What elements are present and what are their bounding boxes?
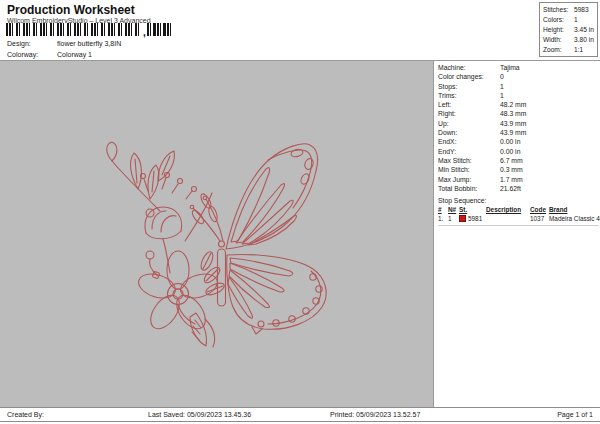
machine-stat-label: Max Jump: bbox=[438, 175, 500, 184]
machine-stat-row: Machine: Tajima bbox=[438, 63, 600, 72]
stop-row-stitches-cell: 5981 bbox=[459, 215, 486, 224]
stat-label: Zoom: bbox=[543, 45, 574, 55]
machine-info-panel: Machine: Tajima Color changes: 0 Stops: … bbox=[433, 60, 600, 408]
machine-stat-row: Color changes: 0 bbox=[438, 72, 600, 81]
stop-row-number: 1. bbox=[438, 215, 448, 224]
machine-stat-value: Tajima bbox=[500, 63, 600, 72]
page-title: Production Worksheet bbox=[7, 3, 135, 17]
design-stats-box: Stitches: 5983 Colors: 1 Height: 3.45 in… bbox=[539, 2, 598, 57]
machine-stat-label: Left: bbox=[438, 100, 500, 109]
design-row: Design: flower butterfly 3,8IN bbox=[7, 40, 31, 47]
machine-stat-row: Trims: 1 bbox=[438, 91, 600, 100]
colorway-name: Colorway 1 bbox=[57, 51, 92, 58]
design-barcode: , bbox=[6, 23, 173, 36]
machine-stat-value: 1 bbox=[500, 82, 600, 91]
machine-stat-label: Color changes: bbox=[438, 72, 500, 81]
machine-stat-row: Right: 48.3 mm bbox=[438, 109, 600, 118]
machine-stat-row: EndY: 0.00 in bbox=[438, 147, 600, 156]
stop-row-code: 1037 bbox=[530, 215, 549, 224]
stat-row: Width: 3.80 in bbox=[543, 35, 597, 45]
stop-table-header-cell: # bbox=[438, 206, 448, 215]
machine-stat-row: Left: 48.2 mm bbox=[438, 100, 600, 109]
machine-stat-row: Stops: 1 bbox=[438, 82, 600, 91]
machine-stat-value: 48.2 mm bbox=[500, 100, 600, 109]
stat-label: Stitches: bbox=[543, 5, 574, 15]
stat-value: 3.80 in bbox=[574, 35, 597, 45]
page-number: Page 1 of 1 bbox=[557, 411, 593, 418]
design-label: Design: bbox=[7, 40, 31, 47]
thread-color-swatch bbox=[459, 215, 466, 222]
colorway-label: Colorway: bbox=[7, 51, 38, 58]
machine-stat-list: Machine: Tajima Color changes: 0 Stops: … bbox=[438, 63, 600, 193]
stop-row-stitch-count: 5981 bbox=[468, 215, 482, 224]
worksheet-footer: Created By: Last Saved: 05/09/2023 13.45… bbox=[0, 407, 600, 422]
stop-table-header-cell: Brand bbox=[549, 206, 599, 215]
machine-stat-value: 43.9 mm bbox=[500, 119, 600, 128]
stop-table-header-cell: Code bbox=[530, 206, 549, 215]
stop-table-header-cell: N# bbox=[448, 206, 459, 215]
stat-row: Zoom: 1:1 bbox=[543, 45, 597, 55]
last-saved-text: Last Saved: 05/09/2023 13.45.36 bbox=[148, 411, 251, 418]
machine-stat-label: Machine: bbox=[438, 63, 500, 72]
machine-stat-row: EndX: 0.00 in bbox=[438, 137, 600, 146]
printed-text: Printed: 05/09/2023 13.52.57 bbox=[330, 411, 420, 418]
stop-row-brand: Madeira Classic 40 bbox=[549, 215, 600, 224]
machine-stat-label: Stops: bbox=[438, 82, 500, 91]
machine-stat-row: Down: 43.9 mm bbox=[438, 128, 600, 137]
machine-stat-row: Max Stitch: 6.7 mm bbox=[438, 156, 600, 165]
stop-sequence-table: #N#St.DescriptionCodeBrand 1. 1 5981 103… bbox=[438, 206, 599, 226]
machine-stat-row: Up: 43.9 mm bbox=[438, 119, 600, 128]
machine-stat-label: Up: bbox=[438, 119, 500, 128]
created-by-label: Created By: bbox=[7, 411, 44, 418]
stat-row: Height: 3.45 in bbox=[543, 25, 597, 35]
flower-butterfly-design bbox=[0, 61, 433, 409]
stat-row: Stitches: 5983 bbox=[543, 5, 597, 15]
machine-stat-value: 0 bbox=[500, 72, 600, 81]
machine-stat-label: EndY: bbox=[438, 147, 500, 156]
machine-stat-label: Down: bbox=[438, 128, 500, 137]
stop-table-header-cell: St. bbox=[459, 206, 486, 215]
stat-label: Height: bbox=[543, 25, 574, 35]
machine-stat-value: 1 bbox=[500, 91, 600, 100]
machine-stat-value: 0.00 in bbox=[500, 147, 600, 156]
stat-value: 3.45 in bbox=[574, 25, 597, 35]
design-name: flower butterfly 3,8IN bbox=[57, 40, 121, 47]
stop-sequence-label: Stop Sequence: bbox=[438, 197, 600, 204]
machine-stat-value: 43.9 mm bbox=[500, 128, 600, 137]
machine-stat-value: 48.3 mm bbox=[500, 109, 600, 118]
stat-label: Width: bbox=[543, 35, 574, 45]
machine-stat-label: Max Stitch: bbox=[438, 156, 500, 165]
machine-stat-label: Min Stitch: bbox=[438, 165, 500, 174]
machine-stat-label: Total Bobbin: bbox=[438, 184, 500, 193]
machine-stat-row: Min Stitch: 0.3 mm bbox=[438, 165, 600, 174]
stop-table-header-cell: Description bbox=[486, 206, 530, 215]
barcode-segment-icon bbox=[6, 23, 142, 36]
machine-stat-value: 1.7 mm bbox=[500, 175, 600, 184]
machine-stat-value: 0.3 mm bbox=[500, 165, 600, 174]
stop-row-needle: 1 bbox=[448, 215, 459, 224]
machine-stat-label: Trims: bbox=[438, 91, 500, 100]
machine-stat-label: Right: bbox=[438, 109, 500, 118]
stat-row: Colors: 1 bbox=[543, 15, 597, 25]
stat-value: 1:1 bbox=[574, 45, 597, 55]
stat-value: 5983 bbox=[574, 5, 597, 15]
barcode-segment-icon bbox=[147, 23, 173, 36]
machine-stat-value: 6.7 mm bbox=[500, 156, 600, 165]
production-worksheet-page: Production Worksheet Wilcom EmbroiderySt… bbox=[0, 0, 600, 424]
machine-stat-value: 21.62ft bbox=[500, 184, 600, 193]
machine-stat-value: 0.00 in bbox=[500, 137, 600, 146]
stat-label: Colors: bbox=[543, 15, 574, 25]
design-canvas bbox=[0, 60, 433, 408]
machine-stat-row: Max Jump: 1.7 mm bbox=[438, 175, 600, 184]
stat-value: 1 bbox=[574, 15, 597, 25]
stop-table-header: #N#St.DescriptionCodeBrand bbox=[438, 206, 599, 215]
colorway-row: Colorway: Colorway 1 bbox=[7, 51, 38, 58]
machine-stat-label: EndX: bbox=[438, 137, 500, 146]
stop-table-row: 1. 1 5981 1037 Madeira Classic 40 bbox=[438, 215, 599, 224]
machine-stat-row: Total Bobbin: 21.62ft bbox=[438, 184, 600, 193]
